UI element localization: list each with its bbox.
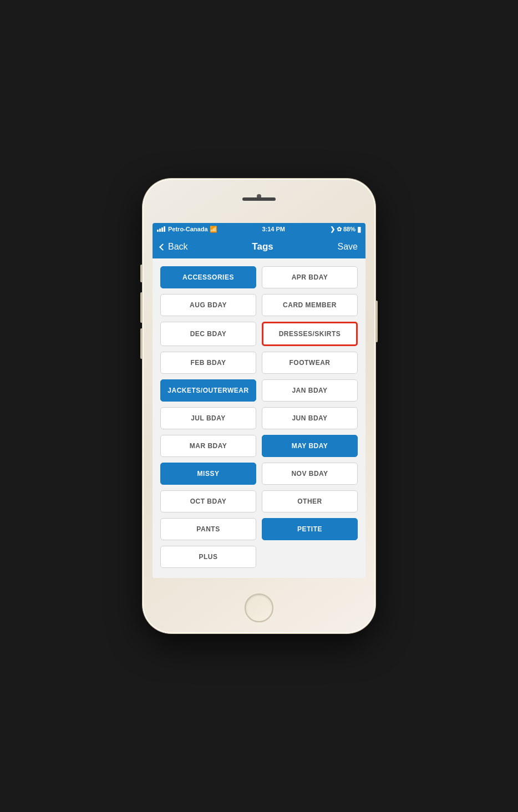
tag-may-bday[interactable]: MAY BDAY: [262, 435, 358, 457]
volume-up-button: [140, 292, 143, 323]
tag-card-member[interactable]: CARD MEMBER: [262, 294, 358, 316]
volume-down-button: [140, 328, 143, 359]
bluetooth-icon: ✿: [337, 226, 342, 233]
power-button: [375, 301, 378, 342]
tag-petite[interactable]: PETITE: [262, 518, 358, 540]
page-title: Tags: [252, 241, 273, 252]
tag-footwear[interactable]: FOOTWEAR: [262, 352, 358, 374]
tag-missy[interactable]: MISSY: [160, 463, 256, 485]
signal-icon: [157, 226, 165, 232]
tag-accessories[interactable]: ACCESSORIES: [160, 266, 256, 288]
status-time: 3:14 PM: [262, 226, 285, 232]
back-label: Back: [168, 242, 188, 252]
tag-nov-bday[interactable]: NOV BDAY: [262, 463, 358, 485]
tag-mar-bday[interactable]: MAR BDAY: [160, 435, 256, 457]
tags-content: ACCESSORIESAPR BDAYAUG BDAYCARD MEMBERDE…: [153, 258, 365, 578]
phone-device: Petro-Canada 📶 3:14 PM ❯ ✿ 88% ▮ Back Ta…: [143, 179, 375, 633]
wifi-icon: 📶: [210, 226, 217, 233]
carrier-label: Petro-Canada: [168, 226, 208, 232]
tag-dec-bday[interactable]: DEC BDAY: [160, 322, 256, 346]
save-button[interactable]: Save: [338, 242, 358, 252]
tag-jan-bday[interactable]: JAN BDAY: [262, 379, 358, 402]
tag-jackets-outerwear[interactable]: JACKETS/OUTERWEAR: [160, 379, 256, 402]
mute-button: [140, 265, 143, 282]
tag-jun-bday[interactable]: JUN BDAY: [262, 407, 358, 429]
tag-feb-bday[interactable]: FEB BDAY: [160, 352, 256, 374]
battery-icon: ▮: [357, 225, 361, 234]
back-button[interactable]: Back: [160, 242, 188, 252]
back-chevron-icon: [159, 243, 166, 251]
battery-pct: 88%: [343, 226, 356, 232]
tag-pants[interactable]: PANTS: [160, 518, 256, 540]
home-button[interactable]: [245, 593, 273, 622]
status-right: ❯ ✿ 88% ▮: [330, 225, 361, 234]
status-bar: Petro-Canada 📶 3:14 PM ❯ ✿ 88% ▮: [153, 223, 365, 235]
nav-bar: Back Tags Save: [153, 235, 365, 258]
tag-apr-bday[interactable]: APR BDAY: [262, 266, 358, 288]
tags-grid: ACCESSORIESAPR BDAYAUG BDAYCARD MEMBERDE…: [160, 266, 358, 568]
tag-other[interactable]: OTHER: [262, 490, 358, 512]
tag-dresses-skirts[interactable]: DRESSES/SKIRTS: [262, 322, 358, 346]
tag-jul-bday[interactable]: JUL BDAY: [160, 407, 256, 429]
location-icon: ❯: [330, 226, 335, 233]
speaker: [242, 197, 276, 201]
tag-aug-bday[interactable]: AUG BDAY: [160, 294, 256, 316]
screen: Petro-Canada 📶 3:14 PM ❯ ✿ 88% ▮ Back Ta…: [153, 223, 365, 578]
status-left: Petro-Canada 📶: [157, 226, 217, 233]
tag-oct-bday[interactable]: OCT BDAY: [160, 490, 256, 512]
tag-plus[interactable]: PLUS: [160, 546, 256, 568]
